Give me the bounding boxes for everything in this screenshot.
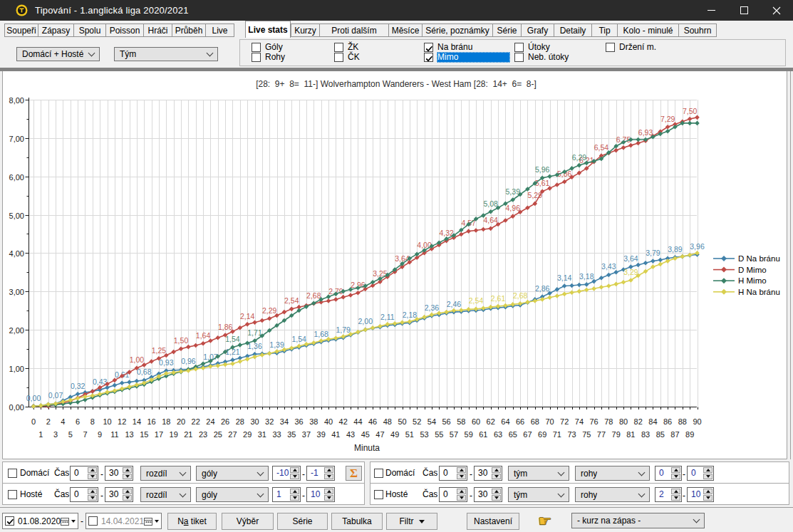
date-from-checkbox[interactable] (5, 516, 14, 526)
row-checkbox-domc[interactable] (374, 468, 383, 478)
tab-kolo-minul-[interactable]: Kolo - minulé (617, 24, 678, 37)
checkbox-unchecked-icon[interactable] (374, 469, 383, 478)
checkbox-checked-icon[interactable] (424, 43, 433, 52)
calendar-icon[interactable] (144, 517, 152, 526)
mode-select[interactable]: tým (508, 466, 569, 481)
checkbox-unchecked-icon[interactable] (374, 490, 383, 499)
tab-souhrn[interactable]: Souhrn (678, 24, 717, 37)
course-select[interactable]: - kurz na zápas - (571, 513, 705, 528)
stat-select[interactable]: góly (196, 487, 269, 502)
stat-checkbox-neb-útoky[interactable]: Neb. útoky (514, 52, 569, 62)
date-dropdown-icon[interactable] (155, 520, 159, 525)
výběr-button[interactable]: Výběr (222, 513, 274, 530)
spinner-down-icon[interactable] (492, 474, 501, 479)
spinner-down-icon[interactable] (457, 474, 466, 479)
checkbox-unchecked-icon[interactable] (514, 43, 524, 52)
tab-tip[interactable]: Tip (591, 24, 617, 37)
checkbox-unchecked-icon[interactable] (8, 469, 17, 478)
spinner-up-icon[interactable] (703, 489, 712, 494)
checkbox-unchecked-icon[interactable] (334, 43, 343, 52)
checkbox-checked-icon[interactable] (424, 53, 433, 62)
checkbox-unchecked-icon[interactable] (8, 490, 17, 499)
mode-select[interactable]: rozdíl (140, 487, 191, 502)
tab-spolu[interactable]: Spolu (73, 24, 105, 37)
tabulka-button[interactable]: Tabulka (331, 513, 383, 530)
close-button[interactable] (760, 0, 793, 21)
row-checkbox-domc[interactable] (8, 468, 17, 478)
checkbox-unchecked-icon[interactable] (606, 43, 615, 52)
date-dropdown-icon[interactable] (71, 520, 76, 525)
spinner-down-icon[interactable] (290, 495, 299, 501)
value-from-spinner[interactable]: 2 (655, 487, 682, 502)
stat-checkbox-žk[interactable]: ŽK (334, 42, 358, 52)
date-to-checkbox[interactable] (88, 516, 98, 526)
spinner-up-icon[interactable] (290, 489, 299, 494)
spinner-down-icon[interactable] (123, 495, 132, 501)
tab-pr-b-h[interactable]: Průběh (172, 24, 205, 37)
stat-checkbox-držení-m-[interactable]: Držení m. (606, 42, 656, 52)
tab-s-rie-pozn-mky[interactable]: Série, poznámky (422, 24, 492, 37)
stat-select[interactable]: rohy (575, 466, 650, 481)
tab-hr-i[interactable]: Hráči (143, 24, 172, 37)
spinner-down-icon[interactable] (703, 474, 712, 479)
checkbox-unchecked-icon[interactable] (252, 53, 261, 62)
spinner-down-icon[interactable] (88, 474, 97, 479)
checkbox-unchecked-icon[interactable] (252, 43, 261, 52)
série-button[interactable]: Série (277, 513, 328, 530)
time-to-spinner[interactable]: 30 (474, 487, 502, 502)
stat-select[interactable]: rohy (575, 487, 650, 502)
mode-select[interactable]: rozdíl (140, 466, 191, 481)
time-from-spinner[interactable]: 0 (439, 487, 467, 502)
tab-detaily[interactable]: Detaily (554, 24, 591, 37)
row-checkbox-host[interactable] (374, 489, 383, 499)
mode-select[interactable]: tým (508, 487, 569, 502)
tab-z-pasy[interactable]: Zápasy (38, 24, 73, 37)
spinner-up-icon[interactable] (703, 467, 712, 473)
value-to-spinner[interactable]: 10 (687, 487, 714, 502)
time-from-spinner[interactable]: 0 (70, 487, 98, 502)
value-to-spinner[interactable]: -1 (306, 466, 335, 481)
stat-checkbox-na-bránu[interactable]: Na bránu (424, 42, 472, 52)
tab-poisson[interactable]: Poisson (105, 24, 143, 37)
spinner-down-icon[interactable] (492, 495, 501, 501)
minimize-button[interactable] (695, 0, 727, 21)
spinner-down-icon[interactable] (671, 495, 680, 501)
spinner-up-icon[interactable] (492, 489, 501, 494)
spinner-down-icon[interactable] (290, 474, 299, 479)
tab-live[interactable]: Live (205, 24, 234, 37)
checkbox-unchecked-icon[interactable] (334, 53, 343, 62)
spinner-down-icon[interactable] (324, 495, 333, 501)
value-from-spinner[interactable]: 1 (272, 487, 301, 502)
spinner-down-icon[interactable] (88, 495, 97, 501)
spinner-up-icon[interactable] (457, 489, 466, 494)
stat-checkbox-čk[interactable]: ČK (334, 52, 360, 62)
stat-checkbox-útoky[interactable]: Útoky (514, 42, 550, 52)
time-from-spinner[interactable]: 0 (70, 466, 98, 481)
spinner-down-icon[interactable] (671, 474, 680, 479)
calendar-icon[interactable] (61, 517, 69, 526)
date-from-field[interactable]: 01.08.2020 (2, 513, 78, 529)
spinner-up-icon[interactable] (88, 467, 97, 473)
value-to-spinner[interactable]: 0 (687, 466, 714, 481)
spinner-up-icon[interactable] (671, 489, 680, 494)
filtr-button[interactable]: Filtr (386, 513, 437, 530)
maximize-button[interactable] (727, 0, 760, 21)
value-from-spinner[interactable]: -10 (272, 466, 301, 481)
tab-kurzy[interactable]: Kurzy (291, 24, 319, 37)
tab-grafy[interactable]: Grafy (521, 24, 554, 37)
spinner-up-icon[interactable] (492, 467, 501, 473)
spinner-up-icon[interactable] (457, 467, 466, 473)
spinner-down-icon[interactable] (123, 474, 132, 479)
sigma-button[interactable]: Σ (346, 466, 362, 481)
stat-checkbox-rohy[interactable]: Rohy (252, 52, 285, 62)
row-checkbox-host[interactable] (8, 489, 17, 499)
nastavení-button[interactable]: Nastavení (467, 513, 519, 530)
spinner-up-icon[interactable] (671, 467, 680, 473)
pointing-hand-icon[interactable]: ☛ (538, 512, 552, 531)
checkbox-unchecked-icon[interactable] (514, 53, 524, 62)
spinner-up-icon[interactable] (290, 467, 299, 473)
tab-live-stats[interactable]: Live stats (245, 21, 291, 38)
spinner-down-icon[interactable] (703, 495, 712, 501)
spinner-up-icon[interactable] (324, 489, 333, 494)
tab-proti-dal-m[interactable]: Proti dalším (319, 24, 388, 37)
